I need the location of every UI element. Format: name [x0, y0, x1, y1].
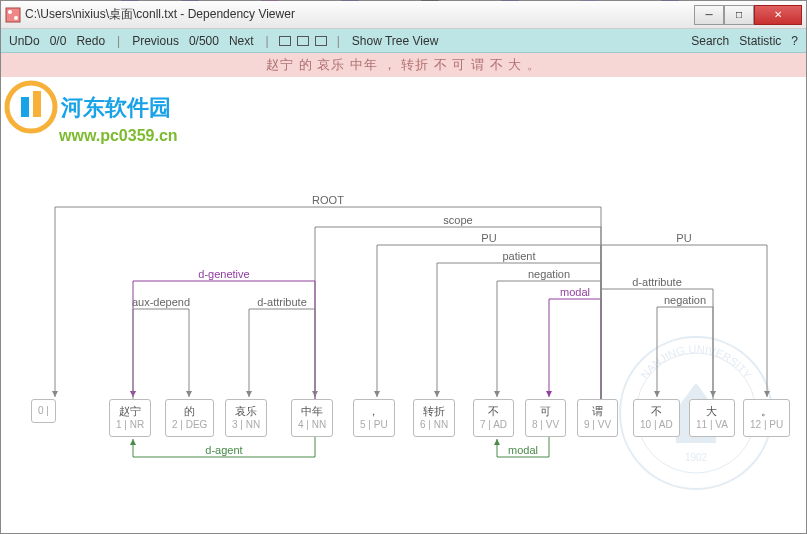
token-word: 转折	[420, 404, 448, 418]
token-node[interactable]: 。12 | PU	[743, 399, 790, 437]
token-tag: 10 | AD	[640, 418, 673, 432]
separator: |	[262, 34, 273, 48]
token-tag: 7 | AD	[480, 418, 507, 432]
token-tag: 2 | DEG	[172, 418, 207, 432]
token-word: 大	[696, 404, 728, 418]
token-word: 可	[532, 404, 559, 418]
token-node[interactable]: 0 |	[31, 399, 56, 423]
token-word: 的	[172, 404, 207, 418]
token-tag: 8 | VV	[532, 418, 559, 432]
arc-label: PU	[481, 232, 496, 244]
separator: |	[113, 34, 124, 48]
statistic-button[interactable]: Statistic	[737, 34, 783, 48]
svg-point-1	[8, 10, 12, 14]
token-word: 。	[750, 404, 783, 418]
window-buttons: ─ □ ✕	[694, 5, 802, 25]
show-tree-button[interactable]: Show Tree View	[350, 34, 441, 48]
layout-icon-3[interactable]	[315, 36, 327, 46]
arc-label: d-attribute	[632, 276, 682, 288]
arc-label: d-genetive	[198, 268, 249, 280]
token-tag: 12 | PU	[750, 418, 783, 432]
toolbar: UnDo 0/0 Redo | Previous 0/500 Next | | …	[1, 29, 806, 53]
token-word: 谓	[584, 404, 611, 418]
token-tag: 6 | NN	[420, 418, 448, 432]
arc-label: scope	[443, 214, 472, 226]
help-button[interactable]: ?	[789, 34, 800, 48]
app-window: C:\Users\nixius\桌面\conll.txt - Dependenc…	[0, 0, 807, 534]
token-word: 赵宁	[116, 404, 144, 418]
svg-point-2	[14, 16, 18, 20]
arc-label: negation	[664, 294, 706, 306]
window-title: C:\Users\nixius\桌面\conll.txt - Dependenc…	[25, 6, 694, 23]
close-button[interactable]: ✕	[754, 5, 802, 25]
token-node[interactable]: 可8 | VV	[525, 399, 566, 437]
token-node[interactable]: 转折6 | NN	[413, 399, 455, 437]
dependency-arcs: ROOTscopePUpatientnegationmodalPUnegatio…	[1, 77, 806, 533]
layout-icon-1[interactable]	[279, 36, 291, 46]
undo-count: 0/0	[48, 34, 69, 48]
token-word: 不	[640, 404, 673, 418]
token-word: 哀乐	[232, 404, 260, 418]
arc-label: d-attribute	[257, 296, 307, 308]
token-word: 不	[480, 404, 507, 418]
page-count: 0/500	[187, 34, 221, 48]
token-node[interactable]: 谓9 | VV	[577, 399, 618, 437]
titlebar: C:\Users\nixius\桌面\conll.txt - Dependenc…	[1, 1, 806, 29]
token-tag: 0 |	[38, 404, 49, 418]
app-icon	[5, 7, 21, 23]
svg-rect-0	[6, 8, 20, 22]
token-node[interactable]: 中年4 | NN	[291, 399, 333, 437]
token-node[interactable]: 赵宁1 | NR	[109, 399, 151, 437]
separator: |	[333, 34, 344, 48]
token-node[interactable]: ，5 | PU	[353, 399, 395, 437]
token-tag: 4 | NN	[298, 418, 326, 432]
previous-button[interactable]: Previous	[130, 34, 181, 48]
arc-label: modal	[508, 444, 538, 456]
arc-label: modal	[560, 286, 590, 298]
arc-label: ROOT	[312, 194, 344, 206]
layout-icon-2[interactable]	[297, 36, 309, 46]
arc-label: PU	[676, 232, 691, 244]
minimize-button[interactable]: ─	[694, 5, 724, 25]
undo-button[interactable]: UnDo	[7, 34, 42, 48]
arc-label: negation	[528, 268, 570, 280]
token-node[interactable]: 的2 | DEG	[165, 399, 214, 437]
token-node[interactable]: 大11 | VA	[689, 399, 735, 437]
arc-label: patient	[502, 250, 535, 262]
sentence-text: 赵宁 的 哀乐 中年 ， 转折 不 可 谓 不 大 。	[266, 56, 541, 74]
token-node[interactable]: 哀乐3 | NN	[225, 399, 267, 437]
maximize-button[interactable]: □	[724, 5, 754, 25]
token-node[interactable]: 不10 | AD	[633, 399, 680, 437]
token-word: ，	[360, 404, 388, 418]
token-node[interactable]: 不7 | AD	[473, 399, 514, 437]
token-tag: 9 | VV	[584, 418, 611, 432]
token-tag: 11 | VA	[696, 418, 728, 432]
token-tag: 1 | NR	[116, 418, 144, 432]
token-word: 中年	[298, 404, 326, 418]
arc-label: aux-depend	[132, 296, 190, 308]
token-tag: 5 | PU	[360, 418, 388, 432]
dependency-canvas[interactable]: 河东软件园 www.pc0359.cn 1902 NANJING UNIVERS…	[1, 77, 806, 533]
token-tag: 3 | NN	[232, 418, 260, 432]
sentence-bar: 赵宁 的 哀乐 中年 ， 转折 不 可 谓 不 大 。	[1, 53, 806, 77]
arc-label: d-agent	[205, 444, 242, 456]
next-button[interactable]: Next	[227, 34, 256, 48]
redo-button[interactable]: Redo	[74, 34, 107, 48]
search-button[interactable]: Search	[689, 34, 731, 48]
